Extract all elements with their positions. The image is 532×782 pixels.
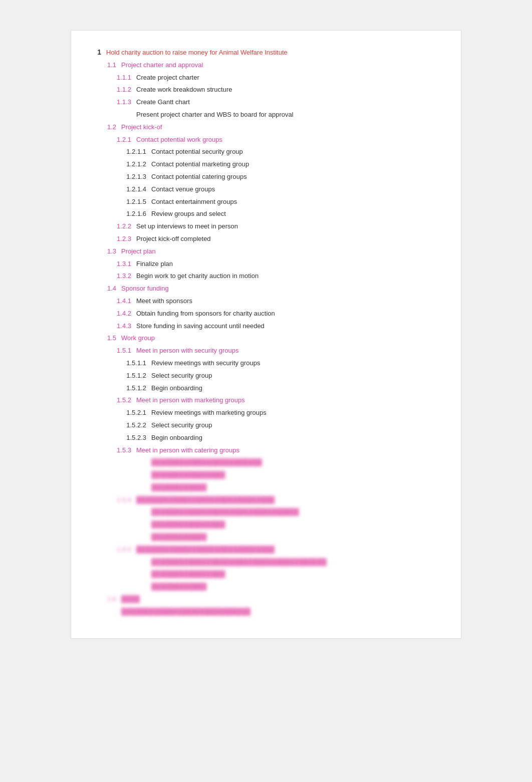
item-number: 1 [91, 47, 106, 58]
item-label: ██████████████████████████████████████ [151, 557, 441, 568]
wbs-container: 1Hold charity auction to raise money for… [71, 30, 461, 639]
item-label: Project charter and approval [121, 60, 441, 71]
list-item: 1.5.2.1Review meetings with marketing gr… [91, 407, 441, 419]
item-number: 1.3.2 [91, 271, 136, 282]
list-item: 1.2Project kick-of [91, 121, 441, 134]
list-item: ████████████████████████████████ [91, 506, 441, 518]
list-item: 1.2.1.5Contact entertainment groups [91, 196, 441, 208]
item-label: Project plan [121, 246, 441, 257]
list-item: Present project charter and WBS to board… [91, 109, 441, 121]
item-label: Meet in person with marketing groups [136, 395, 441, 406]
list-item: ████████████████ [91, 518, 441, 531]
list-item: 1.4.1Meet with sponsors [91, 295, 441, 308]
list-item: 1.6████ [91, 593, 441, 606]
item-number: 1.5.3 [91, 445, 136, 456]
item-number: 1.5.1 [91, 346, 136, 356]
item-label: Contact potential work groups [136, 135, 441, 145]
item-label: Hold charity auction to raise money for … [106, 48, 441, 58]
blurred-section: ████████████████████████████████████████… [91, 456, 441, 618]
list-item: ████████████ [91, 481, 441, 494]
item-number: 1.5.5 [91, 545, 136, 555]
item-label: ████████████ [151, 482, 441, 493]
list-item: 1.4.3Store funding in saving account unt… [91, 320, 441, 333]
item-label: Finalize plan [136, 259, 441, 270]
item-number: 1.2.2 [91, 221, 136, 232]
item-label: Contact venue groups [151, 184, 441, 195]
list-item: 1.5.1.2Begin onboarding [91, 382, 441, 395]
list-item: ████████████████████████████ [91, 606, 441, 618]
item-label: Create project charter [136, 73, 441, 83]
list-item: 1.5Work group [91, 332, 441, 345]
item-label: Select security group [151, 371, 441, 381]
item-label: Set up interviews to meet in person [136, 221, 441, 232]
item-label: ████████████████████████████████ [151, 507, 441, 517]
list-item: 1.5.2.2Select security group [91, 419, 441, 432]
list-item: 1.2.2Set up interviews to meet in person [91, 220, 441, 233]
item-label: Create work breakdown structure [136, 85, 441, 95]
item-number: 1.4 [91, 284, 121, 294]
list-item: ████████████ [91, 531, 441, 544]
item-label: Meet with sponsors [136, 296, 441, 307]
item-number: 1.4.1 [91, 296, 136, 307]
item-label: Review meetings with marketing groups [151, 408, 441, 418]
item-label: ████████████ [151, 532, 441, 543]
list-item: ████████████████ [91, 568, 441, 581]
list-item: 1.5.4██████████████████████████████ [91, 494, 441, 506]
list-item: 1.5.5██████████████████████████████ [91, 544, 441, 556]
list-item: 1.2.1.3Contact potential catering groups [91, 171, 441, 183]
list-item: 1.1.1Create project charter [91, 72, 441, 84]
item-number: 1.5.4 [91, 495, 136, 505]
list-item: 1.5.1Meet in person with security groups [91, 345, 441, 357]
list-item: 1.4Sponsor funding [91, 283, 441, 295]
item-label: Sponsor funding [121, 284, 441, 294]
item-number: 1.5.1.2 [91, 371, 151, 381]
item-label: Work group [121, 333, 441, 344]
list-item: 1.1Project charter and approval [91, 59, 441, 72]
item-number: 1.2.3 [91, 234, 136, 244]
item-label: ████████████████████████ [151, 457, 441, 468]
item-label: Obtain funding from sponsors for charity… [136, 309, 441, 319]
list-item: 1.2.1Contact potential work groups [91, 134, 441, 146]
item-number: 1.5.2.2 [91, 420, 151, 431]
item-label: Store funding in saving account until ne… [136, 321, 441, 332]
item-label: Contact potential security group [151, 147, 441, 157]
list-item: 1Hold charity auction to raise money for… [91, 46, 441, 59]
item-label: Meet in person with catering groups [136, 445, 441, 456]
list-item: 1.3Project plan [91, 245, 441, 258]
item-number: 1.2.1.3 [91, 172, 151, 182]
item-number: 1.5.2 [91, 395, 136, 406]
list-item: 1.5.1.2Select security group [91, 370, 441, 382]
item-number: 1.5 [91, 333, 121, 344]
item-number: 1.2.1.1 [91, 147, 151, 157]
item-number: 1.6 [91, 594, 121, 605]
list-item: 1.5.3Meet in person with catering groups [91, 444, 441, 457]
item-number: 1.3.1 [91, 259, 136, 270]
list-item: 1.1.2Create work breakdown structure [91, 84, 441, 96]
list-item: 1.2.1.2Contact potential marketing group [91, 158, 441, 171]
list-item: ████████████████████████ [91, 456, 441, 469]
item-label: ██████████████████████████████ [136, 545, 441, 555]
list-item: 1.5.1.1Review meetings with security gro… [91, 357, 441, 370]
item-number: 1.2.1.5 [91, 197, 151, 207]
item-label: Contact potential marketing group [151, 159, 441, 170]
item-label: Meet in person with security groups [136, 346, 441, 356]
item-number: 1.3 [91, 246, 121, 257]
item-number: 1.5.2.1 [91, 408, 151, 418]
item-label: Create Gantt chart [136, 97, 441, 108]
item-number: 1.2 [91, 122, 121, 133]
item-number: 1.5.2.3 [91, 433, 151, 443]
item-label: Contact entertainment groups [151, 197, 441, 207]
item-number: 1.4.3 [91, 321, 136, 332]
list-item: 1.3.2Begin work to get charity auction i… [91, 270, 441, 283]
list-item: 1.2.1.6Review groups and select [91, 208, 441, 220]
item-label: ████████████████████████████ [121, 607, 441, 617]
list-item: ████████████████ [91, 469, 441, 481]
list-item: 1.3.1Finalize plan [91, 258, 441, 271]
list-item: 1.2.1.4Contact venue groups [91, 183, 441, 196]
item-label: Review groups and select [151, 209, 441, 219]
item-label: Present project charter and WBS to board… [136, 110, 441, 120]
item-label: Begin work to get charity auction in mot… [136, 271, 441, 282]
item-label: ████████████████ [151, 519, 441, 530]
item-number: 1.5.1.1 [91, 358, 151, 369]
list-item: 1.5.2Meet in person with marketing group… [91, 394, 441, 407]
